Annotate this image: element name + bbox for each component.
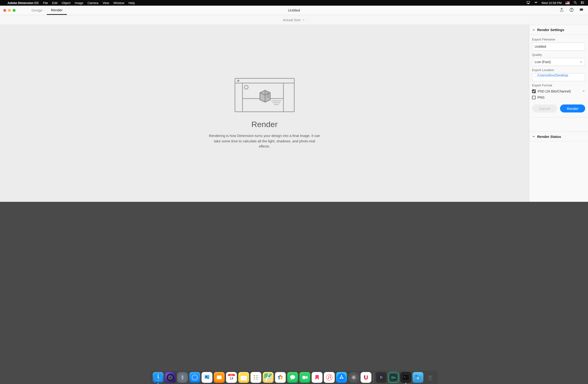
input-source-flag-icon[interactable]	[566, 1, 570, 4]
screen-mirror-icon[interactable]	[526, 1, 530, 5]
chevron-down-icon	[532, 135, 535, 138]
window-close-button[interactable]	[3, 9, 6, 12]
dock-siri[interactable]	[165, 372, 176, 383]
dock-finder[interactable]	[153, 372, 164, 383]
svg-point-34	[156, 376, 157, 377]
menu-view[interactable]: View	[103, 1, 109, 5]
dock-magnet[interactable]	[360, 372, 371, 383]
menu-camera[interactable]: Camera	[87, 1, 98, 5]
svg-point-6	[581, 1, 581, 2]
location-value: .../Users/dmx/Desktop	[535, 73, 568, 77]
tab-design[interactable]: Design	[27, 6, 47, 15]
svg-rect-68	[276, 373, 284, 382]
feedback-icon[interactable]	[579, 7, 584, 13]
share-icon[interactable]	[559, 7, 564, 13]
quality-select[interactable]: Low (Fast)	[532, 58, 585, 66]
render-settings-label: Render Settings	[537, 28, 564, 32]
menu-window[interactable]: Window	[113, 1, 124, 5]
svg-point-41	[182, 377, 183, 378]
app-window: Design Render Untitled Actual Size	[0, 6, 588, 202]
filename-input[interactable]	[532, 43, 585, 51]
format-psd-row[interactable]: PSD (16 Bits/Channel)	[532, 89, 585, 93]
format-psd-options[interactable]	[582, 89, 585, 93]
menu-object[interactable]: Object	[62, 1, 71, 5]
dock-settings[interactable]	[348, 372, 359, 383]
svg-point-73	[278, 376, 280, 378]
dock-launchpad[interactable]	[177, 372, 188, 383]
dock-separator	[374, 372, 374, 383]
svg-rect-95	[362, 373, 370, 382]
menu-help[interactable]: Help	[128, 1, 135, 5]
dock-facetime[interactable]	[299, 372, 310, 383]
svg-point-81	[328, 378, 329, 379]
dock-safari[interactable]	[189, 372, 200, 383]
dock-terminal[interactable]: >_	[400, 372, 411, 383]
dock-reminders[interactable]	[251, 372, 261, 383]
menu-file[interactable]: File	[43, 1, 48, 5]
dock-calendar[interactable]: NOV14	[226, 372, 237, 383]
svg-point-47	[205, 376, 207, 378]
notification-center-icon[interactable]	[581, 1, 585, 5]
chevron-down-icon	[302, 18, 305, 21]
dock: NOV14	[0, 370, 588, 384]
tab-render[interactable]: Render	[47, 6, 67, 15]
svg-point-20	[244, 85, 248, 89]
window-maximize-button[interactable]	[13, 9, 16, 12]
window-header: Design Render Untitled	[0, 6, 588, 15]
menu-edit[interactable]: Edit	[52, 1, 57, 5]
render-settings-header[interactable]: Render Settings	[529, 25, 588, 35]
dock-notes[interactable]	[238, 372, 249, 383]
canvas-heading: Render	[252, 120, 278, 129]
render-status-label: Render Status	[537, 135, 561, 139]
format-png-row[interactable]: PNG	[532, 96, 585, 99]
zoom-label: Actual Size	[283, 18, 301, 22]
svg-point-13	[581, 9, 582, 10]
dock-downloads[interactable]	[413, 372, 423, 383]
svg-point-70	[281, 376, 283, 378]
document-title: Untitled	[0, 8, 588, 12]
dock-imovie[interactable]	[376, 372, 387, 383]
format-png-checkbox[interactable]	[532, 96, 536, 99]
quality-value: Low (Fast)	[535, 60, 551, 64]
render-status-header[interactable]: Render Status	[529, 131, 588, 141]
app-name-menu[interactable]: Adobe Dimension CC	[7, 1, 39, 5]
svg-rect-56	[241, 374, 247, 376]
dock-trash[interactable]	[425, 372, 436, 383]
svg-point-36	[167, 374, 174, 381]
dock-ibooks[interactable]	[214, 372, 225, 383]
svg-rect-0	[527, 1, 530, 3]
format-psd-checkbox[interactable]	[532, 89, 536, 93]
cancel-button[interactable]: Cancel	[532, 105, 557, 112]
macos-menubar: Adobe Dimension CC File Edit Object Imag…	[0, 0, 588, 6]
menu-image[interactable]: Image	[75, 1, 83, 5]
svg-point-1	[574, 1, 576, 3]
render-placeholder-icon	[234, 77, 295, 113]
window-minimize-button[interactable]	[8, 9, 11, 12]
location-input[interactable]: .../Users/dmx/Desktop	[532, 73, 585, 81]
dock-messages[interactable]	[287, 372, 298, 383]
dock-appstore[interactable]	[336, 372, 347, 383]
dock-itunes[interactable]	[324, 372, 335, 383]
svg-rect-102	[415, 375, 418, 377]
format-label: Export Format	[532, 84, 585, 87]
menubar-clock[interactable]: Wed 10:58 PM	[542, 1, 562, 5]
svg-text:Dn: Dn	[391, 376, 396, 379]
help-icon[interactable]	[569, 7, 574, 13]
spotlight-icon[interactable]	[573, 1, 577, 5]
dock-dimension[interactable]: Dn	[388, 372, 399, 383]
quality-label: Quality	[532, 53, 585, 57]
dock-preview[interactable]	[202, 372, 212, 383]
menu-extra-icon[interactable]	[534, 1, 538, 5]
svg-point-104	[428, 376, 432, 377]
dock-news[interactable]	[312, 372, 322, 383]
dock-maps[interactable]	[263, 372, 273, 383]
render-button[interactable]: Render	[560, 105, 585, 112]
filename-label: Export Filename	[532, 38, 585, 41]
svg-point-44	[192, 375, 197, 380]
canvas-area: Render Rendering is how Dimension turns …	[0, 25, 529, 202]
svg-point-72	[278, 378, 280, 380]
svg-point-62	[253, 379, 254, 380]
dock-photos[interactable]	[275, 372, 286, 383]
zoom-dropdown[interactable]: Actual Size	[0, 15, 588, 25]
window-traffic-lights	[0, 9, 16, 12]
